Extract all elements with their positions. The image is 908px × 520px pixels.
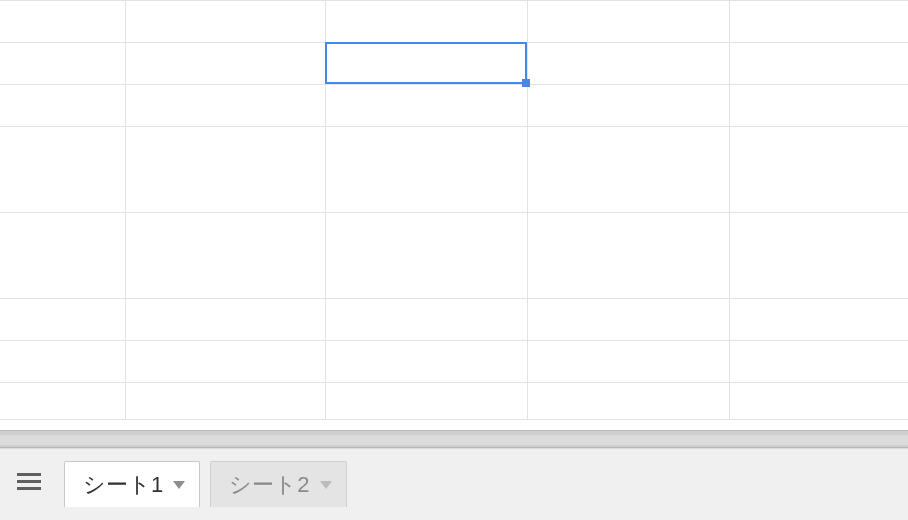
- caret-down-icon[interactable]: [173, 481, 185, 489]
- grid-row[interactable]: [0, 212, 908, 298]
- menu-icon: [17, 473, 41, 495]
- grid-row[interactable]: [0, 84, 908, 126]
- all-sheets-button[interactable]: [4, 461, 54, 507]
- grid-row[interactable]: [0, 382, 908, 420]
- grid-row[interactable]: [0, 0, 908, 42]
- sheet-tab-2[interactable]: シート2: [210, 461, 346, 507]
- svg-marker-4: [320, 481, 332, 489]
- grid-row[interactable]: [0, 298, 908, 340]
- fill-handle[interactable]: [522, 79, 530, 87]
- svg-rect-2: [17, 487, 41, 490]
- sheet-tab-1[interactable]: シート1: [64, 461, 200, 507]
- horizontal-scrollbar[interactable]: [0, 430, 908, 448]
- svg-marker-3: [173, 481, 185, 489]
- svg-rect-1: [17, 480, 41, 483]
- sheet-tab-label: シート2: [229, 470, 309, 500]
- sheet-tab-bar: シート1 シート2: [0, 448, 908, 520]
- grid-row[interactable]: [0, 340, 908, 382]
- caret-down-icon[interactable]: [320, 481, 332, 489]
- spreadsheet-grid[interactable]: [0, 0, 908, 420]
- svg-rect-0: [17, 473, 41, 476]
- grid-row[interactable]: [0, 126, 908, 212]
- sheet-tab-label: シート1: [83, 470, 163, 500]
- selected-cell[interactable]: [325, 42, 527, 84]
